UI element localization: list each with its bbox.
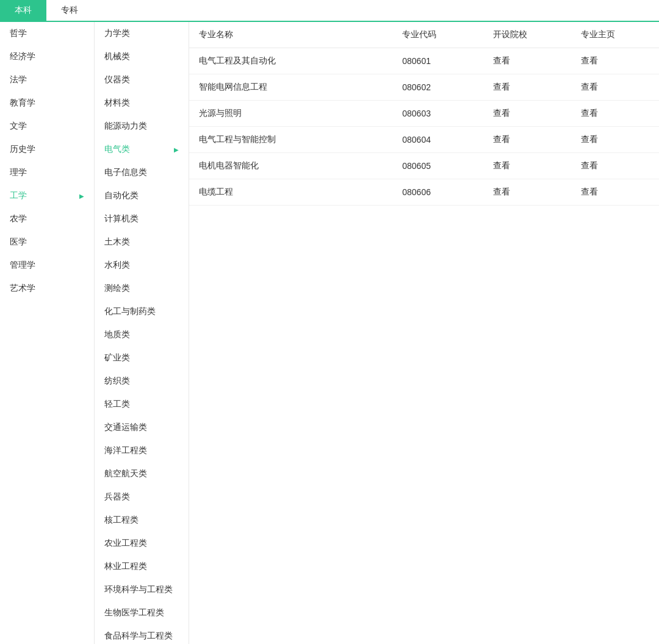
category-cehui[interactable]: 测绘类 [95,277,189,300]
category-dizhi[interactable]: 地质类 [95,323,189,346]
major-home-link[interactable]: 查看 [581,55,598,65]
category-nengyuan[interactable]: 能源动力类 [95,115,189,138]
category-hangkong[interactable]: 航空航天类 [95,462,189,485]
discipline-yixue[interactable]: 医学 [0,231,94,254]
major-name: 光源与照明 [189,101,392,127]
category-fangzhi[interactable]: 纺织类 [95,370,189,393]
major-home-link[interactable]: 查看 [581,187,598,196]
discipline-gongxue[interactable]: 工学 ▶ [0,184,94,207]
category-dianqi[interactable]: 电气类 ▶ [95,138,189,161]
main-layout: 哲学 经济学 法学 教育学 文学 历史学 理学 工学 ▶ 农学 医学 管理学 艺… [0,22,659,644]
table-row: 电缆工程080606查看查看 [189,179,659,206]
discipline-yishu[interactable]: 艺术学 [0,277,94,300]
tab-bar: 本科 专科 [0,0,659,22]
major-school-link[interactable]: 查看 [493,108,510,118]
category-shuili[interactable]: 水利类 [95,254,189,277]
major-table: 专业名称 专业代码 开设院校 专业主页 电气工程及其自动化080601查看查看智… [189,22,659,206]
category-jixie[interactable]: 机械类 [95,45,189,68]
category-shipin[interactable]: 食品科学与工程类 [95,624,189,644]
major-school-link[interactable]: 查看 [493,187,510,196]
major-school-link[interactable]: 查看 [493,55,510,65]
category-qinggong[interactable]: 轻工类 [95,393,189,416]
discipline-faxue[interactable]: 法学 [0,68,94,91]
major-home-link[interactable]: 查看 [581,82,598,91]
category-linye[interactable]: 林业工程类 [95,555,189,578]
major-name: 电机电器智能化 [189,153,392,179]
table-row: 电气工程与智能控制080604查看查看 [189,127,659,153]
category-jiaotong[interactable]: 交通运输类 [95,416,189,439]
major-name: 电气工程及其自动化 [189,48,392,74]
major-code: 080606 [392,179,483,206]
category-dianqi-label: 电气类 [104,144,130,155]
discipline-nongxue[interactable]: 农学 [0,207,94,231]
category-nongye[interactable]: 农业工程类 [95,532,189,555]
category-shengwuyixue[interactable]: 生物医学工程类 [95,601,189,624]
discipline-guanli[interactable]: 管理学 [0,254,94,277]
category-tumu[interactable]: 土木类 [95,231,189,254]
category-huagong[interactable]: 化工与制药类 [95,300,189,323]
table-row: 电气工程及其自动化080601查看查看 [189,48,659,74]
category-bingqi[interactable]: 兵器类 [95,485,189,509]
major-school-link[interactable]: 查看 [493,134,510,144]
major-code: 080602 [392,74,483,101]
discipline-wenxue[interactable]: 文学 [0,115,94,138]
category-dianqi-arrow: ▶ [174,146,179,153]
discipline-lishi[interactable]: 历史学 [0,138,94,161]
major-code: 080605 [392,153,483,179]
major-name: 电气工程与智能控制 [189,127,392,153]
major-home-link[interactable]: 查看 [581,108,598,118]
major-code: 080604 [392,127,483,153]
major-home-link[interactable]: 查看 [581,134,598,144]
category-yiqi[interactable]: 仪器类 [95,68,189,91]
tab-zhuanke[interactable]: 专科 [46,0,93,21]
col-header-home: 专业主页 [571,22,659,48]
category-column: 力学类 机械类 仪器类 材料类 能源动力类 电气类 ▶ 电子信息类 自动化类 计… [95,22,189,644]
discipline-lixue[interactable]: 理学 [0,161,94,184]
category-jisuanji[interactable]: 计算机类 [95,207,189,231]
category-he[interactable]: 核工程类 [95,509,189,532]
major-home-link[interactable]: 查看 [581,160,598,170]
major-school-link[interactable]: 查看 [493,160,510,170]
category-lixue[interactable]: 力学类 [95,22,189,45]
discipline-zhexue[interactable]: 哲学 [0,22,94,45]
category-kuangye[interactable]: 矿业类 [95,346,189,370]
category-zidong[interactable]: 自动化类 [95,184,189,207]
discipline-jingji[interactable]: 经济学 [0,45,94,68]
major-name: 电缆工程 [189,179,392,206]
discipline-column: 哲学 经济学 法学 教育学 文学 历史学 理学 工学 ▶ 农学 医学 管理学 艺… [0,22,95,644]
table-header-row: 专业名称 专业代码 开设院校 专业主页 [189,22,659,48]
tabs-container: 本科 专科 [0,0,659,22]
col-header-code: 专业代码 [392,22,483,48]
col-header-school: 开设院校 [483,22,571,48]
table-row: 光源与照明080603查看查看 [189,101,659,127]
category-haiyang[interactable]: 海洋工程类 [95,439,189,462]
table-row: 智能电网信息工程080602查看查看 [189,74,659,101]
discipline-gongxue-label: 工学 [10,190,27,201]
category-huanjing[interactable]: 环境科学与工程类 [95,578,189,601]
discipline-jiaoyu[interactable]: 教育学 [0,91,94,115]
table-row: 电机电器智能化080605查看查看 [189,153,659,179]
category-cailiao[interactable]: 材料类 [95,91,189,115]
major-school-link[interactable]: 查看 [493,82,510,91]
content-column: 专业名称 专业代码 开设院校 专业主页 电气工程及其自动化080601查看查看智… [189,22,659,644]
chevron-right-icon: ▶ [79,193,84,199]
category-dianzi[interactable]: 电子信息类 [95,161,189,184]
major-code: 080603 [392,101,483,127]
major-code: 080601 [392,48,483,74]
major-name: 智能电网信息工程 [189,74,392,101]
col-header-name: 专业名称 [189,22,392,48]
tab-benkee[interactable]: 本科 [0,0,46,21]
